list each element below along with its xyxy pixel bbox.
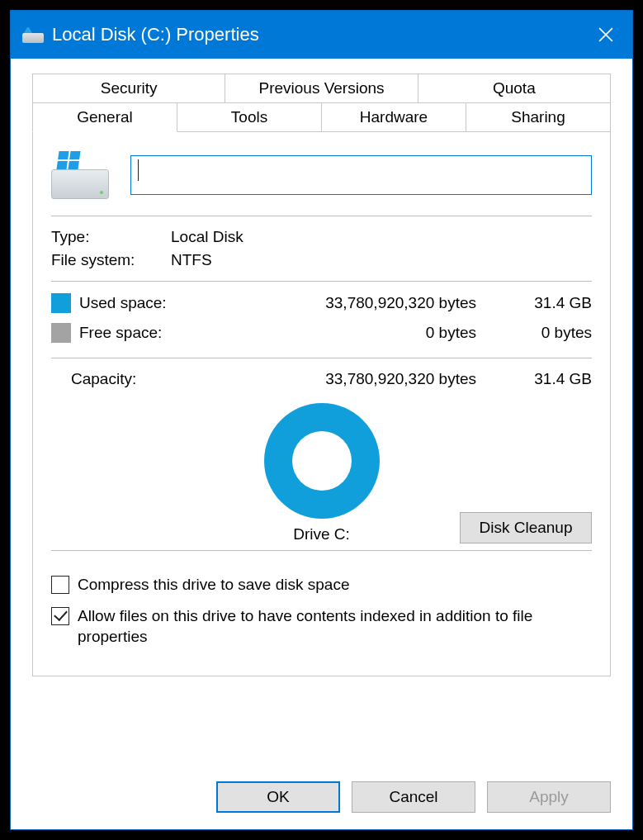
divider (51, 216, 592, 216)
used-swatch (51, 293, 71, 313)
divider (51, 281, 592, 282)
divider (51, 550, 592, 551)
tab-hardware[interactable]: Hardware (321, 102, 466, 132)
free-bytes: 0 bytes (203, 324, 501, 342)
compress-label: Compress this drive to save disk space (78, 574, 592, 596)
cancel-button[interactable]: Cancel (352, 781, 475, 813)
titlebar[interactable]: Local Disk (C:) Properties (11, 11, 632, 59)
type-label: Type: (51, 228, 171, 246)
client-area: Security Previous Versions Quota General… (11, 59, 632, 765)
drive-icon (22, 26, 44, 43)
capacity-human: 31.4 GB (501, 370, 592, 388)
tab-sharing[interactable]: Sharing (466, 102, 611, 132)
capacity-label: Capacity: (71, 370, 203, 388)
used-human: 31.4 GB (501, 294, 592, 312)
capacity-bytes: 33,780,920,320 bytes (203, 370, 501, 388)
free-label: Free space: (71, 324, 203, 342)
filesystem-value: NTFS (171, 251, 212, 269)
divider (51, 358, 592, 358)
tab-panel-general: Type: Local Disk File system: NTFS Used … (32, 131, 611, 676)
used-bytes: 33,780,920,320 bytes (203, 294, 501, 312)
disk-cleanup-button[interactable]: Disk Cleanup (460, 512, 592, 543)
volume-label-input[interactable] (130, 155, 592, 195)
index-checkbox[interactable] (51, 607, 69, 625)
filesystem-label: File system: (51, 251, 171, 269)
dialog-footer: OK Cancel Apply (11, 765, 632, 829)
free-swatch (51, 323, 71, 343)
window-title: Local Disk (C:) Properties (52, 24, 579, 45)
close-button[interactable] (579, 11, 632, 59)
tab-quota[interactable]: Quota (418, 74, 611, 102)
tab-security[interactable]: Security (32, 74, 225, 102)
index-label: Allow files on this drive to have conten… (78, 605, 592, 648)
apply-button[interactable]: Apply (487, 781, 611, 813)
type-value: Local Disk (171, 228, 243, 246)
drive-large-icon (51, 151, 109, 199)
ok-button[interactable]: OK (216, 781, 340, 813)
usage-donut-chart (264, 403, 380, 519)
used-label: Used space: (71, 294, 203, 312)
drive-label: Drive C: (293, 525, 350, 543)
tab-tools[interactable]: Tools (177, 102, 322, 132)
properties-dialog: Local Disk (C:) Properties Security Prev… (10, 10, 633, 830)
close-icon (598, 27, 613, 42)
compress-checkbox[interactable] (51, 576, 69, 594)
tab-previous-versions[interactable]: Previous Versions (225, 74, 418, 102)
tab-general[interactable]: General (32, 102, 177, 132)
free-human: 0 bytes (501, 324, 592, 342)
tab-strip: Security Previous Versions Quota General… (32, 74, 611, 132)
